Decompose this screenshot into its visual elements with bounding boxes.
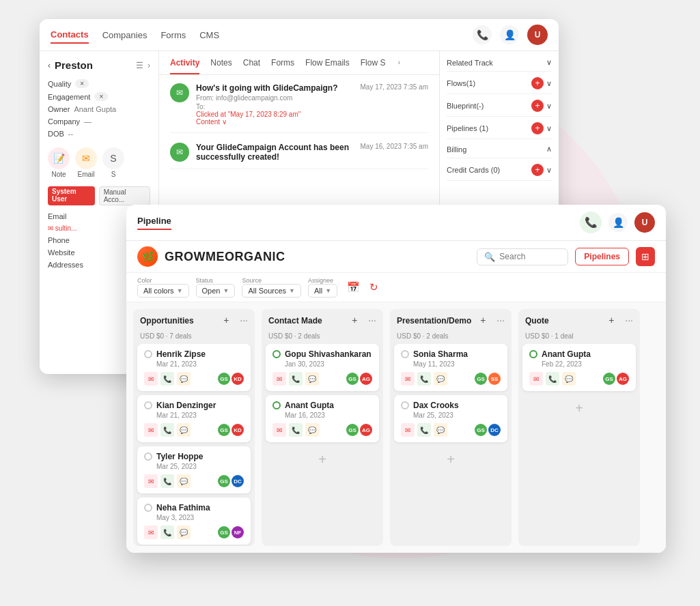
phone-icon-kian[interactable]: 📞 — [160, 423, 174, 437]
msg-icon-dax[interactable]: 💬 — [434, 423, 447, 437]
col-add-quote[interactable]: + — [608, 315, 621, 327]
flows-arrow[interactable]: ∨ — [546, 79, 552, 88]
msg-icon-henrik[interactable]: 💬 — [177, 372, 191, 386]
email-icon-anant-cm[interactable]: ✉ — [272, 423, 286, 437]
email-icon-sonia[interactable]: ✉ — [401, 372, 415, 386]
phone-icon-neha[interactable]: 📞 — [160, 525, 174, 539]
tab-activity[interactable]: Activity — [170, 58, 199, 74]
engagement-tag[interactable]: × — [94, 92, 108, 101]
pipeline-phone-btn[interactable]: 📞 — [580, 212, 602, 233]
list-icon[interactable]: ☰ — [136, 61, 143, 70]
pipeline-tab[interactable]: Pipeline — [137, 216, 171, 230]
color-filter-arrow: ▼ — [177, 287, 183, 294]
col-menu-quote[interactable]: ··· — [625, 315, 633, 327]
phone-icon-anant-cm[interactable]: 📞 — [289, 423, 303, 437]
manual-account-tag[interactable]: Manual Acco... — [99, 186, 150, 205]
credit-cards-add-btn[interactable]: + — [531, 164, 544, 176]
col-add-contact-made[interactable]: + — [352, 315, 364, 327]
msg-icon-anant-cm[interactable]: 💬 — [305, 423, 319, 437]
email-icon-henrik[interactable]: ✉ — [144, 372, 158, 386]
tab-notes[interactable]: Notes — [210, 58, 232, 74]
msg-icon-gopu-shiva[interactable]: 💬 — [305, 372, 319, 386]
sms-action[interactable]: S S — [102, 147, 124, 178]
layout-toggle-btn[interactable]: ⊞ — [636, 247, 655, 266]
msg-icon-sonia[interactable]: 💬 — [434, 372, 447, 386]
col-add-presentation[interactable]: + — [480, 315, 492, 327]
tab-flow-s[interactable]: Flow S — [361, 58, 386, 74]
msg-icon-neha[interactable]: 💬 — [177, 525, 191, 539]
phone-icon-henrik[interactable]: 📞 — [160, 372, 174, 386]
email-icon-tyler[interactable]: ✉ — [144, 474, 158, 488]
card-icons-henrik: ✉ 📞 💬 — [144, 372, 191, 386]
msg-icon-kian[interactable]: 💬 — [177, 423, 191, 437]
nav-tab-forms[interactable]: Forms — [160, 27, 186, 43]
back-button[interactable]: ‹ — [48, 61, 51, 70]
pipelines-arrow[interactable]: ∨ — [546, 124, 552, 133]
chevron-right-icon[interactable]: › — [148, 61, 150, 70]
email-icon-dax[interactable]: ✉ — [401, 423, 415, 437]
refresh-icon[interactable]: ↻ — [369, 281, 378, 293]
col-actions-quote: + ··· — [608, 315, 633, 327]
phone-icon[interactable]: 📞 — [473, 25, 492, 44]
assignee-filter-select[interactable]: All ▼ — [308, 284, 337, 298]
card-date-kian: Mar 21, 2023 — [156, 412, 244, 419]
kanban-col-quote: Quote + ··· USD $0 · 1 deal Anant Gupta … — [518, 309, 640, 546]
email-action[interactable]: ✉ Email — [75, 147, 97, 178]
tab-flow-emails[interactable]: Flow Emails — [305, 58, 350, 74]
calendar-icon[interactable]: 📅 — [347, 281, 360, 293]
add-card-presentation[interactable]: + — [394, 446, 507, 473]
search-box[interactable]: 🔍 — [477, 248, 568, 265]
blueprint-add-btn[interactable]: + — [531, 100, 544, 112]
tab-forms[interactable]: Forms — [271, 58, 294, 74]
activity-content-1[interactable]: Content ∨ — [196, 118, 353, 126]
email-icon: ✉ — [75, 147, 97, 169]
phone-icon-sonia[interactable]: 📞 — [417, 372, 431, 386]
msg-icon-anant-q[interactable]: 💬 — [562, 372, 576, 386]
phone-icon-gopu-shiva[interactable]: 📞 — [289, 372, 303, 386]
add-card-contact-made[interactable]: + — [266, 446, 379, 473]
status-filter-select[interactable]: Open ▼ — [196, 284, 236, 298]
email-icon-gopu-shiva[interactable]: ✉ — [272, 372, 286, 386]
phone-icon-dax[interactable]: 📞 — [417, 423, 431, 437]
phone-icon-anant-q[interactable]: 📞 — [546, 372, 559, 386]
email-icon-neha[interactable]: ✉ — [144, 525, 158, 539]
col-menu-presentation[interactable]: ··· — [496, 315, 505, 327]
add-card-quote[interactable]: + — [522, 395, 636, 422]
email-icon-anant-q[interactable]: ✉ — [529, 372, 543, 386]
source-filter-select[interactable]: All Sources ▼ — [242, 284, 301, 298]
flows-add-btn[interactable]: + — [531, 77, 544, 89]
activity-item-2: ✉ Your GlideCampaign Account has been su… — [170, 143, 428, 169]
activity-link-1[interactable]: Clicked at "May 17, 2023 8:29 am" — [196, 111, 353, 118]
pipelines-button[interactable]: Pipelines — [575, 248, 629, 265]
billing-arrow[interactable]: ∧ — [546, 145, 552, 154]
col-menu-opportunities[interactable]: ··· — [240, 315, 248, 327]
user-icon[interactable]: 👤 — [500, 25, 519, 44]
related-track-arrow[interactable]: ∨ — [546, 58, 552, 67]
msg-icon-tyler[interactable]: 💬 — [177, 474, 191, 488]
user-avatar[interactable]: U — [527, 25, 548, 45]
credit-cards-section: Credit Cards (0) + ∨ — [447, 164, 552, 181]
credit-cards-arrow[interactable]: ∨ — [546, 166, 552, 175]
search-input[interactable] — [499, 252, 561, 261]
blueprint-arrow[interactable]: ∨ — [546, 102, 552, 111]
note-action[interactable]: 📝 Note — [48, 147, 70, 178]
col-add-opportunities[interactable]: + — [223, 315, 236, 327]
card-header-kian: Kian Denzinger — [144, 401, 244, 410]
tab-overflow[interactable]: › — [397, 58, 400, 74]
nav-tab-companies[interactable]: Companies — [102, 27, 148, 43]
quality-tag[interactable]: × — [75, 79, 89, 88]
avatar-ag-anant-q: AG — [617, 373, 629, 385]
color-filter-select[interactable]: All colors ▼ — [137, 284, 189, 298]
phone-icon-tyler[interactable]: 📞 — [160, 474, 174, 488]
tab-chat[interactable]: Chat — [243, 58, 260, 74]
pipelines-add-btn[interactable]: + — [531, 122, 544, 134]
nav-tab-cms[interactable]: CMS — [199, 27, 219, 43]
pipeline-user-icon[interactable]: 👤 — [608, 213, 628, 232]
nav-tab-contacts[interactable]: Contacts — [51, 27, 89, 44]
col-menu-contact-made[interactable]: ··· — [368, 315, 376, 327]
email-icon-kian[interactable]: ✉ — [144, 423, 158, 437]
card-icons-kian: ✉ 📞 💬 — [144, 423, 191, 437]
card-henrik-zipse: Henrik Zipse Mar 21, 2023 ✉ 📞 💬 GS KD — [137, 344, 251, 391]
system-user-tag[interactable]: System User — [48, 186, 95, 205]
pipeline-avatar[interactable]: U — [634, 212, 655, 233]
